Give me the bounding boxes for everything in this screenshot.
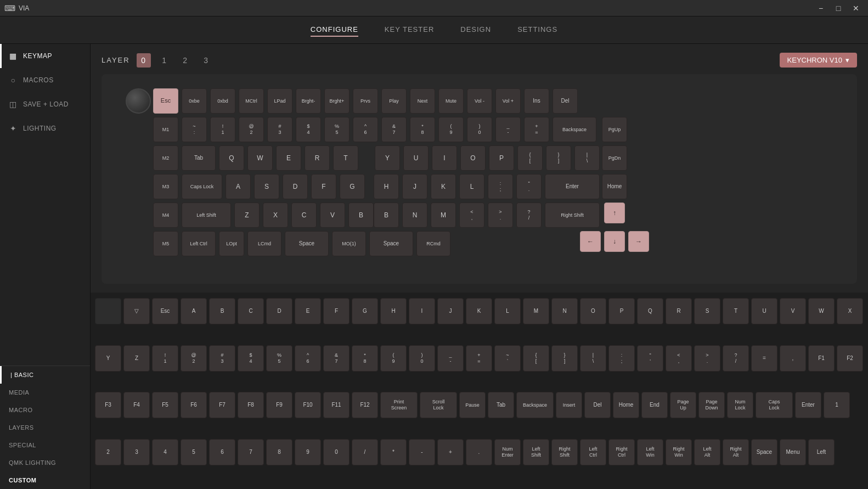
key-left[interactable]: ←: [580, 231, 601, 252]
bkey-tab[interactable]: Tab: [488, 392, 514, 418]
bkey-page-up[interactable]: PageUp: [670, 392, 696, 418]
bkey-numdot[interactable]: .: [466, 439, 492, 465]
bkey-f4[interactable]: F4: [123, 392, 150, 418]
bkey-home[interactable]: Home: [613, 392, 639, 418]
keyboard-selector[interactable]: KEYCHRON V10 ▾: [780, 53, 857, 68]
bkey-at[interactable]: @2: [181, 345, 207, 372]
bkey-pipe[interactable]: |\: [580, 345, 606, 372]
bkey-num0[interactable]: 0: [323, 439, 350, 465]
key-semicolon[interactable]: :;: [488, 174, 513, 199]
key-z[interactable]: Z: [234, 203, 260, 228]
key-slash[interactable]: ?/: [516, 203, 542, 228]
key-x[interactable]: X: [263, 203, 288, 228]
bkey-m[interactable]: M: [523, 298, 549, 324]
bkey-l[interactable]: L: [494, 298, 521, 324]
bkey-comma[interactable]: ,: [780, 345, 806, 372]
nav-key-tester[interactable]: KEY TESTER: [385, 23, 434, 37]
bkey-caps-lock[interactable]: CapsLock: [756, 392, 793, 418]
key-y[interactable]: Y: [375, 145, 400, 171]
bkey-left-alt[interactable]: LeftAlt: [694, 439, 720, 465]
key-5[interactable]: %5: [324, 117, 350, 142]
key-rbracket[interactable]: }]: [546, 145, 571, 171]
key-lshift[interactable]: Left Shift: [182, 203, 231, 228]
key-ins[interactable]: Ins: [524, 88, 549, 114]
key-r[interactable]: R: [305, 145, 330, 171]
bkey-n[interactable]: N: [551, 298, 578, 324]
key-comma[interactable]: <,: [459, 203, 484, 228]
bkey-e[interactable]: E: [295, 298, 321, 324]
bkey-enter[interactable]: Enter: [795, 392, 821, 418]
bkey-left-ctrl[interactable]: LeftCtrl: [580, 439, 606, 465]
key-lcmd[interactable]: LCmd: [247, 231, 281, 256]
bkey-a[interactable]: A: [181, 298, 207, 324]
bkey-space[interactable]: Space: [751, 439, 777, 465]
bkey-underscore[interactable]: _-: [437, 345, 464, 372]
minimize-button[interactable]: −: [813, 3, 828, 14]
layer-2[interactable]: 2: [178, 53, 193, 68]
bkey-lbrace[interactable]: {[: [523, 345, 549, 372]
bkey-colon[interactable]: :;: [608, 345, 635, 372]
bkey-pause[interactable]: Pause: [459, 392, 486, 418]
bkey-num2[interactable]: 2: [95, 439, 121, 465]
key-rshift[interactable]: Right Shift: [545, 203, 600, 228]
bkey-f7[interactable]: F7: [209, 392, 235, 418]
bkey-s[interactable]: S: [694, 298, 720, 324]
key-equals[interactable]: +=: [524, 117, 549, 142]
key-down[interactable]: ↓: [604, 231, 625, 252]
bkey-numstar[interactable]: *: [380, 439, 407, 465]
key-7[interactable]: &7: [381, 117, 407, 142]
key-l[interactable]: L: [459, 174, 484, 199]
bkey-f9[interactable]: F9: [266, 392, 292, 418]
key-lopt[interactable]: LOpt: [219, 231, 244, 256]
key-8[interactable]: *8: [410, 117, 435, 142]
bkey-q[interactable]: Q: [637, 298, 663, 324]
bkey-w[interactable]: W: [808, 298, 835, 324]
bkey-k[interactable]: K: [466, 298, 492, 324]
key-esc[interactable]: Esc: [153, 88, 178, 114]
bkey-f[interactable]: F: [323, 298, 350, 324]
cat-layers[interactable]: LAYERS: [0, 419, 90, 436]
bkey-caret[interactable]: ^6: [295, 345, 321, 372]
bkey-numminus[interactable]: -: [409, 439, 435, 465]
bkey-o[interactable]: O: [580, 298, 606, 324]
key-lctrl[interactable]: Left Ctrl: [182, 231, 216, 256]
sidebar-item-keymap[interactable]: ▦ KEYMAP: [0, 44, 90, 68]
bkey-del[interactable]: Del: [584, 392, 611, 418]
key-space-right[interactable]: Space: [369, 231, 413, 256]
bkey-equals[interactable]: =: [751, 345, 777, 372]
key-p[interactable]: P: [489, 145, 514, 171]
bkey-y[interactable]: Y: [95, 345, 121, 372]
key-h[interactable]: H: [374, 174, 399, 199]
key-m5[interactable]: M5: [153, 231, 178, 256]
bkey-transparent[interactable]: ▽: [123, 298, 150, 324]
key-i[interactable]: I: [432, 145, 457, 171]
bkey-num8[interactable]: 8: [266, 439, 292, 465]
bkey-num9[interactable]: 9: [295, 439, 321, 465]
key-o[interactable]: O: [460, 145, 486, 171]
bkey-right-win[interactable]: RightWin: [666, 439, 692, 465]
key-mctrl[interactable]: MCtrl: [239, 88, 264, 114]
bkey-dollar[interactable]: $4: [238, 345, 264, 372]
key-prvs[interactable]: Prvs: [353, 88, 378, 114]
bkey-num3[interactable]: 3: [123, 439, 150, 465]
key-enter[interactable]: Enter: [545, 174, 600, 199]
nav-design[interactable]: DESIGN: [460, 23, 491, 37]
key-right[interactable]: →: [628, 231, 649, 252]
key-1[interactable]: !1: [210, 117, 235, 142]
key-mute[interactable]: Mute: [438, 88, 464, 114]
bkey-j[interactable]: J: [437, 298, 464, 324]
key-k[interactable]: K: [431, 174, 456, 199]
knob[interactable]: [126, 88, 151, 114]
bkey-num4[interactable]: 4: [152, 439, 178, 465]
bkey-question[interactable]: ?/: [723, 345, 749, 372]
key-c[interactable]: C: [291, 203, 317, 228]
bkey-f8[interactable]: F8: [238, 392, 264, 418]
key-a[interactable]: A: [226, 174, 251, 199]
bkey-num7[interactable]: 7: [238, 439, 264, 465]
bkey-gt[interactable]: >.: [694, 345, 720, 372]
key-d[interactable]: D: [283, 174, 308, 199]
key-backspace[interactable]: Backspace: [553, 117, 596, 142]
cat-custom[interactable]: CUSTOM: [0, 471, 90, 489]
bkey-num1[interactable]: 1: [824, 392, 850, 418]
key-9[interactable]: (9: [438, 117, 464, 142]
